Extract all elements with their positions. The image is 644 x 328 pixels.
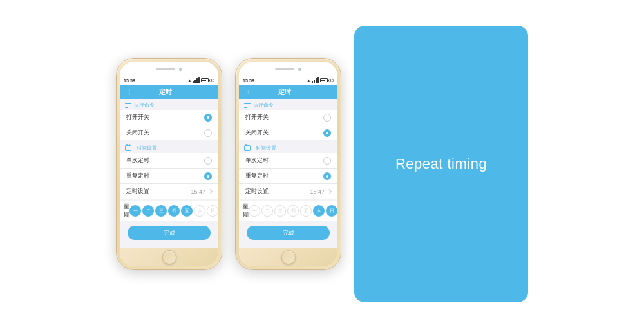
bar3-1 (196, 78, 198, 83)
weekday-label-2: 星期 (243, 203, 249, 219)
open-switch-label-2: 打开开关 (245, 113, 269, 122)
close-switch-label-2: 关闭开关 (245, 129, 269, 137)
weekday-label-1: 星期 (124, 203, 129, 219)
open-switch-radio-2[interactable] (323, 114, 331, 122)
repeat-timing-2[interactable]: 重复定时 (239, 169, 337, 184)
section-time-2: 时间设置 (239, 142, 337, 153)
day-mon-1[interactable]: 一 (129, 205, 141, 217)
day-sat-2[interactable]: 六 (313, 205, 325, 217)
signal-bars-2 (312, 78, 319, 83)
days-group-1: 星期 一 二 三 四 五 六 日 (120, 201, 218, 221)
day-sun-2[interactable]: 日 (326, 205, 337, 217)
screen-1: 执行命令 打开开关 关闭开关 时间设置 (120, 99, 218, 248)
repeat-timing-label-1: 重复定时 (126, 172, 149, 180)
bar1-1 (193, 81, 194, 83)
timer-value-1: 15:47 (191, 188, 205, 195)
close-switch-2[interactable]: 关闭开关 (239, 125, 337, 140)
status-icons-2: ▲ 38 (307, 78, 334, 83)
command-list-1: 打开开关 关闭开关 (120, 110, 218, 140)
day-wed-1[interactable]: 三 (155, 205, 167, 217)
open-switch-2[interactable]: 打开开关 (239, 110, 337, 125)
status-icons-1: ▲ 38 (187, 78, 214, 83)
day-sun-1[interactable]: 日 (207, 205, 218, 217)
home-btn-area-2 (239, 248, 337, 266)
bar2-2 (314, 80, 315, 83)
open-switch-radio-1[interactable] (204, 114, 212, 122)
bar2-1 (194, 80, 196, 83)
repeat-timing-radio-2[interactable] (323, 172, 331, 180)
back-button-1[interactable]: 〈 (125, 88, 131, 96)
nav-bar-2: 〈 定时 (239, 85, 337, 99)
speaker-1 (156, 68, 175, 70)
home-btn-2[interactable] (281, 250, 296, 264)
wifi-icon-2: ▲ (307, 78, 310, 82)
timer-chevron-1 (207, 188, 213, 194)
time-label-2: 时间设置 (256, 145, 276, 152)
battery-text-2: 38 (329, 78, 334, 82)
back-button-2[interactable]: 〈 (244, 88, 250, 96)
bar4-2 (317, 77, 319, 83)
close-switch-radio-1[interactable] (204, 129, 212, 137)
single-timing-radio-2[interactable] (323, 157, 331, 165)
time-label-1: 时间设置 (137, 145, 157, 152)
open-switch-1[interactable]: 打开开关 (120, 110, 218, 125)
day-sat-1[interactable]: 六 (194, 205, 205, 217)
single-timing-label-2: 单次定时 (245, 156, 269, 165)
days-row-1: 一 二 三 四 五 六 日 (129, 205, 218, 217)
day-wed-2[interactable]: 三 (274, 205, 286, 217)
days-row-2: 一 二 三 四 五 六 日 (249, 205, 337, 217)
nav-title-1: 定时 (131, 87, 200, 96)
day-tue-1[interactable]: 二 (142, 205, 154, 217)
day-fri-2[interactable]: 五 (300, 205, 312, 217)
battery-icon-1 (201, 78, 209, 82)
home-btn-area-1 (120, 248, 218, 266)
status-time-1: 15:58 (124, 78, 135, 83)
open-switch-label-1: 打开开关 (126, 113, 149, 122)
complete-btn-text-1: 完成 (164, 229, 175, 237)
battery-icon-2 (320, 78, 328, 82)
timer-chevron-2 (327, 188, 332, 194)
day-fri-1[interactable]: 五 (181, 205, 193, 217)
single-timing-1[interactable]: 单次定时 (120, 153, 218, 169)
phone-2-inner: 15:58 ▲ 38 〈 (239, 62, 337, 266)
execute-label-1: 执行命令 (134, 102, 155, 109)
days-group-2: 星期 一 二 三 四 五 六 日 (239, 201, 337, 221)
day-tue-2[interactable]: 二 (261, 205, 273, 217)
status-bar-2: 15:58 ▲ 38 (239, 76, 337, 85)
home-btn-1[interactable] (162, 250, 176, 264)
section-execute-2: 执行命令 (239, 99, 337, 110)
phone-1-inner: 15:58 ▲ 38 〈 (120, 62, 218, 266)
close-switch-radio-2[interactable] (323, 129, 331, 137)
info-card-text: Repeat timing (395, 156, 487, 172)
complete-btn-1[interactable]: 完成 (128, 226, 211, 240)
battery-fill-2 (321, 80, 325, 81)
timer-setting-right-1: 15:47 (191, 188, 212, 195)
time-list-1: 单次定时 重复定时 定时设置 15:47 (120, 153, 218, 199)
execute-icon-2 (244, 103, 251, 108)
status-bar-1: 15:58 ▲ 38 (120, 76, 218, 85)
repeat-timing-1[interactable]: 重复定时 (120, 169, 218, 184)
day-mon-2[interactable]: 一 (249, 205, 260, 217)
bar4-1 (198, 77, 200, 83)
execute-icon-1 (125, 103, 131, 108)
section-execute-1: 执行命令 (120, 99, 218, 110)
close-switch-1[interactable]: 关闭开关 (120, 125, 218, 140)
days-row-wrapper-2: 星期 一 二 三 四 五 六 日 (239, 201, 337, 221)
screen-2: 执行命令 打开开关 关闭开关 时间设置 (239, 99, 337, 248)
calendar-icon-1 (125, 145, 131, 151)
timer-setting-1[interactable]: 定时设置 15:47 (120, 184, 218, 199)
complete-btn-2[interactable]: 完成 (247, 226, 330, 240)
single-timing-radio-1[interactable] (204, 157, 212, 165)
signal-bars-1 (193, 78, 200, 83)
day-thu-2[interactable]: 四 (287, 205, 299, 217)
day-thu-1[interactable]: 四 (168, 205, 180, 217)
camera-1 (179, 68, 182, 71)
close-switch-label-1: 关闭开关 (126, 129, 149, 137)
single-timing-2[interactable]: 单次定时 (239, 153, 337, 169)
timer-setting-2[interactable]: 定时设置 15:47 (239, 184, 337, 199)
repeat-timing-radio-1[interactable] (204, 172, 212, 180)
execute-label-2: 执行命令 (253, 102, 274, 109)
phone-1: 15:58 ▲ 38 〈 (116, 58, 222, 270)
section-time-1: 时间设置 (120, 142, 218, 153)
calendar-icon-2 (244, 145, 251, 151)
